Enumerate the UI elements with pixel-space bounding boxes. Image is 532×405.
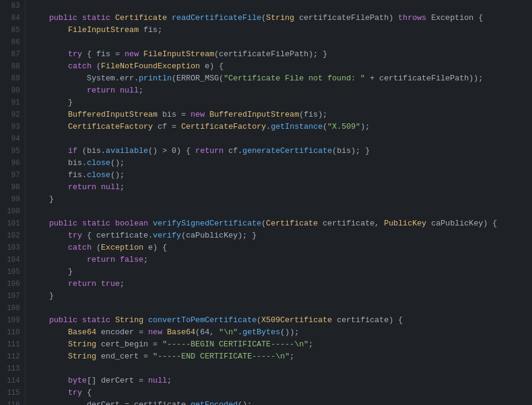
fn-token: available	[106, 145, 148, 157]
plain-token	[162, 326, 167, 339]
plain-token	[138, 48, 143, 60]
kw-token: new	[190, 109, 204, 121]
line-number: 93	[5, 121, 20, 133]
plain-token	[115, 85, 120, 97]
plain-token: System.err.	[30, 73, 138, 85]
plain-token: (	[261, 218, 266, 230]
code-line: }	[30, 193, 532, 206]
type-token: Base64	[167, 326, 195, 339]
line-number: 87	[5, 48, 20, 60]
code-line: return false;	[30, 254, 532, 266]
kw-token: catch	[68, 242, 91, 254]
line-number: 99	[5, 193, 20, 206]
code-line: public static String convertToPemCertifi…	[30, 314, 532, 326]
kw-token: null	[120, 85, 138, 97]
code-line: try { certificate.verify(caPublicKey); }	[30, 230, 532, 242]
plain-token: certificate,	[318, 218, 384, 230]
plain-token: }	[30, 97, 73, 109]
plain-token	[30, 339, 68, 351]
type-token: FileInputStream	[143, 48, 214, 60]
type-token: String	[68, 351, 96, 363]
line-number: 108	[5, 302, 20, 314]
type-token: PublicKey	[384, 218, 426, 230]
fn-token: readCertificateFile	[167, 12, 261, 24]
kw-token: byte	[68, 375, 86, 387]
plain-token	[96, 278, 101, 290]
kw-token: try	[68, 48, 82, 60]
plain-token	[30, 314, 49, 326]
type-token: Base64	[68, 326, 96, 339]
plain-token: Exception {	[426, 12, 483, 24]
code-line: byte[] derCert = null;	[30, 375, 532, 387]
plain-token	[30, 109, 68, 121]
kw-token: public static boolean	[49, 218, 148, 230]
plain-token: (bis); }	[332, 145, 369, 157]
line-number: 85	[5, 24, 20, 36]
plain-token: ;	[138, 85, 143, 97]
type-token: FileInputStream	[68, 24, 138, 36]
line-number: 110	[5, 326, 20, 339]
plain-token: .	[266, 121, 271, 133]
plain-token: (fis);	[299, 109, 328, 121]
line-number: 107	[5, 290, 20, 302]
code-line: public static Certificate readCertificat…	[30, 12, 532, 24]
plain-token	[30, 326, 68, 339]
line-number: 94	[5, 133, 20, 145]
plain-token: { certificate.	[82, 230, 153, 242]
str-token: "-----BEGIN CERTIFICATE-----\n"	[162, 339, 308, 351]
fn-token: generateCertificate	[242, 145, 332, 157]
line-number: 111	[5, 339, 20, 351]
plain-token: ;	[120, 278, 125, 290]
code-line: derCert = certificate.getEncoded();	[30, 399, 532, 405]
line-number: 114	[5, 375, 20, 387]
code-line: return null;	[30, 85, 532, 97]
plain-token: certificateFilePath)	[294, 12, 398, 24]
code-editor: 8384858687888990919293949596979899100101…	[0, 0, 532, 405]
plain-token: fis;	[138, 24, 162, 36]
kw-token: public static	[30, 12, 115, 24]
type-token: CertificateFactory	[68, 121, 152, 133]
kw-token: return	[87, 254, 115, 266]
plain-token: end_cert =	[96, 351, 153, 363]
kw-token: new	[125, 48, 138, 60]
fn-token: convertToPemCertificate	[148, 314, 256, 326]
kw-token: new	[148, 326, 162, 339]
fn-token: getEncoded	[190, 399, 238, 405]
plain-token	[30, 254, 87, 266]
line-number: 91	[5, 97, 20, 109]
plain-token: (bis.	[77, 145, 106, 157]
code-line: fis.close();	[30, 169, 532, 181]
line-number: 89	[5, 73, 20, 85]
line-number: 104	[5, 254, 20, 266]
plain-token: ();	[111, 169, 125, 181]
code-line: }	[30, 290, 532, 302]
plain-token: ;	[143, 254, 148, 266]
kw-token: public static	[49, 314, 115, 326]
plain-token	[30, 181, 68, 193]
str-token: "\n"	[219, 326, 238, 339]
plain-token: }	[30, 193, 54, 206]
plain-token: [] derCert =	[87, 375, 148, 387]
kw-token: return	[68, 278, 96, 290]
fn-token: verify	[153, 230, 181, 242]
code-line: String cert_begin = "-----BEGIN CERTIFIC…	[30, 339, 532, 351]
code-line	[30, 36, 532, 48]
kw-token: catch	[68, 60, 91, 73]
kw-token: null	[148, 375, 167, 387]
code-line: String end_cert = "-----END CERTIFICATE-…	[30, 351, 532, 363]
plain-token: ;	[290, 351, 294, 363]
plain-token: }	[30, 290, 54, 302]
plain-token	[30, 375, 68, 387]
plain-token: derCert = certificate.	[30, 399, 190, 405]
plain-token: (	[91, 60, 101, 73]
plain-token: { fis =	[82, 48, 125, 60]
plain-token	[30, 60, 68, 73]
plain-token: (	[261, 12, 266, 24]
line-number: 86	[5, 36, 20, 48]
plain-token: + certificateFilePath));	[365, 73, 483, 85]
plain-token: e) {	[143, 242, 167, 254]
plain-token: (64,	[195, 326, 219, 339]
plain-token: encoder =	[96, 326, 148, 339]
code-line: try { fis = new FileInputStream(certific…	[30, 48, 532, 60]
fn-token: getInstance	[271, 121, 323, 133]
